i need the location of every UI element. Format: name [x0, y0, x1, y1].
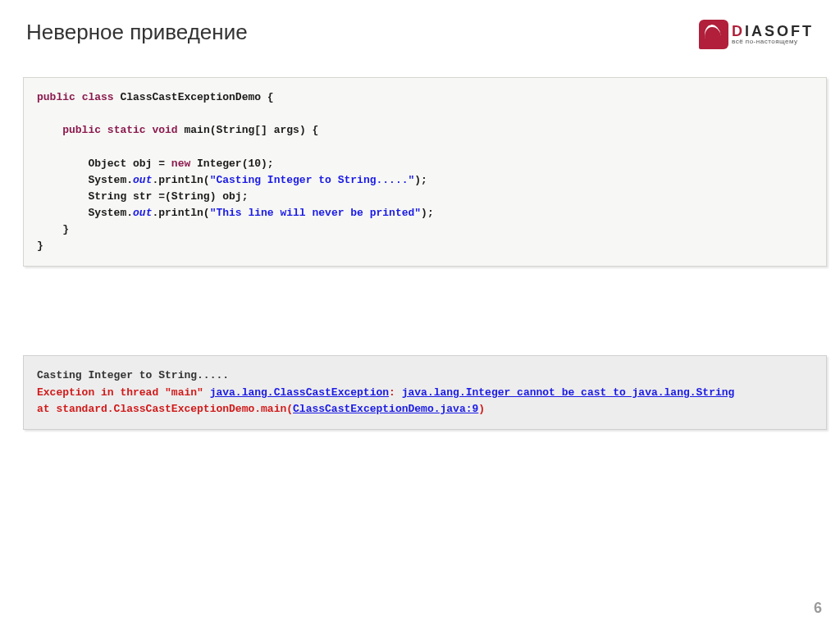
slide-title: Неверное приведение: [26, 20, 248, 45]
brand-name: DIASOFT: [732, 24, 814, 39]
brand-logo-text: DIASOFT всё по-настоящему: [732, 24, 814, 45]
stacktrace-link: ClassCastExceptionDemo.java:9: [293, 403, 478, 415]
brand-logo-icon: [699, 20, 728, 49]
exception-class-link: java.lang.ClassCastException: [210, 386, 389, 399]
page-number: 6: [814, 600, 822, 617]
brand-logo: DIASOFT всё по-настоящему: [699, 20, 814, 49]
header: Неверное приведение DIASOFT всё по-насто…: [0, 0, 840, 49]
stacktrace-line: at standard.ClassCastExceptionDemo.main(…: [37, 403, 485, 415]
code-block: public class ClassCastExceptionDemo { pu…: [23, 77, 827, 267]
exception-message-link: java.lang.Integer cannot be cast to java…: [402, 386, 735, 399]
exception-line: Exception in thread "main" java.lang.Cla…: [37, 386, 734, 399]
brand-tagline: всё по-настоящему: [732, 39, 814, 45]
output-line: Casting Integer to String.....: [37, 369, 229, 381]
output-block: Casting Integer to String..... Exception…: [23, 355, 827, 429]
